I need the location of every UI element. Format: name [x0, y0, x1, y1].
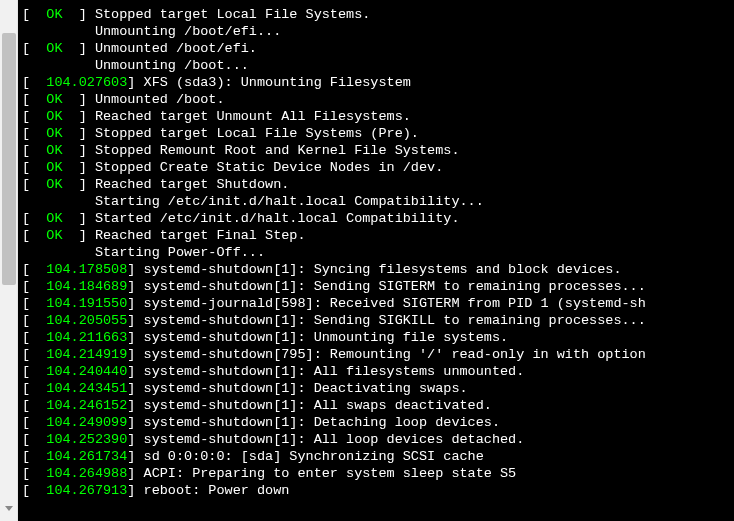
log-message: Started /etc/init.d/halt.local Compatibi… [95, 211, 460, 226]
timestamp: 104.246152 [46, 398, 127, 413]
log-message: systemd-shutdown[1]: All loop devices de… [144, 432, 525, 447]
log-message: systemd-shutdown[1]: Deactivating swaps. [144, 381, 468, 396]
log-message: reboot: Power down [144, 483, 290, 498]
log-subline: Unmounting /boot... [95, 58, 249, 73]
status-ok: OK [46, 160, 62, 175]
status-ok: OK [46, 211, 62, 226]
timestamp: 104.267913 [46, 483, 127, 498]
svg-marker-0 [5, 506, 13, 511]
log-message: systemd-shutdown[1]: Syncing filesystems… [144, 262, 622, 277]
log-message: Stopped target Local File Systems (Pre). [95, 126, 419, 141]
timestamp: 104.264988 [46, 466, 127, 481]
log-message: Stopped Create Static Device Nodes in /d… [95, 160, 443, 175]
log-message: systemd-shutdown[1]: Sending SIGKILL to … [144, 313, 646, 328]
log-line: Unmounting /boot/efi... [22, 23, 734, 40]
log-line: [ 104.027603] XFS (sda3): Unmounting Fil… [22, 74, 734, 91]
log-message: Reached target Unmount All Filesystems. [95, 109, 411, 124]
status-ok: OK [46, 7, 62, 22]
log-message: systemd-shutdown[1]: All filesystems unm… [144, 364, 525, 379]
log-line: [ OK ] Stopped Remount Root and Kernel F… [22, 142, 734, 159]
log-message: XFS (sda3): Unmounting Filesystem [144, 75, 411, 90]
log-message: ACPI: Preparing to enter system sleep st… [144, 466, 517, 481]
log-line: Unmounting /boot... [22, 57, 734, 74]
log-message: Reached target Final Step. [95, 228, 306, 243]
log-line: [ 104.211663] systemd-shutdown[1]: Unmou… [22, 329, 734, 346]
log-line: [ 104.246152] systemd-shutdown[1]: All s… [22, 397, 734, 414]
timestamp: 104.249099 [46, 415, 127, 430]
log-line: [ 104.240440] systemd-shutdown[1]: All f… [22, 363, 734, 380]
log-subline: Starting Power-Off... [95, 245, 265, 260]
log-line: [ 104.205055] systemd-shutdown[1]: Sendi… [22, 312, 734, 329]
log-line: [ OK ] Stopped target Local File Systems… [22, 125, 734, 142]
log-message: Stopped target Local File Systems. [95, 7, 370, 22]
log-line: [ OK ] Reached target Shutdown. [22, 176, 734, 193]
timestamp: 104.205055 [46, 313, 127, 328]
log-line: [ 104.243451] systemd-shutdown[1]: Deact… [22, 380, 734, 397]
scrollbar-track[interactable] [0, 0, 18, 521]
timestamp: 104.211663 [46, 330, 127, 345]
status-ok: OK [46, 126, 62, 141]
log-line: [ 104.249099] systemd-shutdown[1]: Detac… [22, 414, 734, 431]
log-line: [ 104.184689] systemd-shutdown[1]: Sendi… [22, 278, 734, 295]
log-message: systemd-journald[598]: Received SIGTERM … [144, 296, 646, 311]
log-message: systemd-shutdown[1]: Detaching loop devi… [144, 415, 500, 430]
log-line: [ OK ] Stopped target Local File Systems… [22, 6, 734, 23]
terminal-output: [ OK ] Stopped target Local File Systems… [18, 0, 734, 521]
log-line: [ OK ] Unmounted /boot. [22, 91, 734, 108]
log-line: Starting /etc/init.d/halt.local Compatib… [22, 193, 734, 210]
log-line: [ 104.178508] systemd-shutdown[1]: Synci… [22, 261, 734, 278]
log-subline: Starting /etc/init.d/halt.local Compatib… [95, 194, 484, 209]
log-message: Stopped Remount Root and Kernel File Sys… [95, 143, 460, 158]
timestamp: 104.243451 [46, 381, 127, 396]
status-ok: OK [46, 92, 62, 107]
log-message: systemd-shutdown[1]: Sending SIGTERM to … [144, 279, 646, 294]
status-ok: OK [46, 228, 62, 243]
log-line: [ OK ] Started /etc/init.d/halt.local Co… [22, 210, 734, 227]
log-line: [ 104.191550] systemd-journald[598]: Rec… [22, 295, 734, 312]
log-line: [ OK ] Reached target Final Step. [22, 227, 734, 244]
log-line: [ OK ] Stopped Create Static Device Node… [22, 159, 734, 176]
log-message: systemd-shutdown[795]: Remounting '/' re… [144, 347, 646, 362]
log-message: systemd-shutdown[1]: Unmounting file sys… [144, 330, 509, 345]
timestamp: 104.261734 [46, 449, 127, 464]
log-line: [ 104.264988] ACPI: Preparing to enter s… [22, 465, 734, 482]
log-line: [ 104.267913] reboot: Power down [22, 482, 734, 499]
log-line: [ OK ] Reached target Unmount All Filesy… [22, 108, 734, 125]
timestamp: 104.184689 [46, 279, 127, 294]
log-subline: Unmounting /boot/efi... [95, 24, 281, 39]
log-message: Reached target Shutdown. [95, 177, 289, 192]
status-ok: OK [46, 41, 62, 56]
log-message: sd 0:0:0:0: [sda] Synchronizing SCSI cac… [144, 449, 484, 464]
scrollbar-down-arrow-icon[interactable] [0, 500, 18, 516]
timestamp: 104.240440 [46, 364, 127, 379]
timestamp: 104.178508 [46, 262, 127, 277]
log-line: Starting Power-Off... [22, 244, 734, 261]
log-line: [ OK ] Unmounted /boot/efi. [22, 40, 734, 57]
timestamp: 104.214919 [46, 347, 127, 362]
log-line: [ 104.261734] sd 0:0:0:0: [sda] Synchron… [22, 448, 734, 465]
status-ok: OK [46, 109, 62, 124]
log-line: [ 104.252390] systemd-shutdown[1]: All l… [22, 431, 734, 448]
timestamp: 104.252390 [46, 432, 127, 447]
log-message: systemd-shutdown[1]: All swaps deactivat… [144, 398, 492, 413]
status-ok: OK [46, 143, 62, 158]
log-line: [ 104.214919] systemd-shutdown[795]: Rem… [22, 346, 734, 363]
log-message: Unmounted /boot. [95, 92, 225, 107]
status-ok: OK [46, 177, 62, 192]
scrollbar-thumb[interactable] [2, 33, 16, 285]
timestamp: 104.027603 [46, 75, 127, 90]
timestamp: 104.191550 [46, 296, 127, 311]
log-message: Unmounted /boot/efi. [95, 41, 257, 56]
